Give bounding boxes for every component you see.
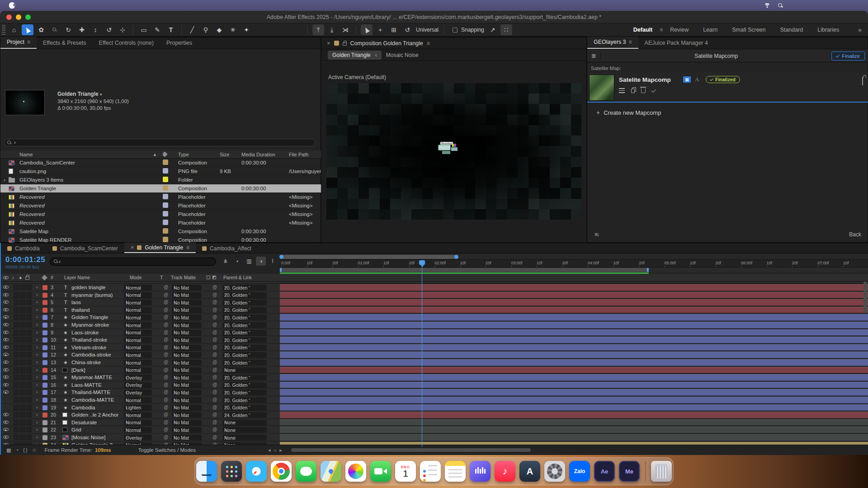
layer-duration-bar[interactable] bbox=[280, 337, 868, 343]
layer-duration-bar[interactable] bbox=[280, 374, 868, 381]
layer-label-swatch[interactable] bbox=[42, 427, 47, 432]
selection-tool[interactable] bbox=[22, 24, 33, 35]
layer-expand-arrow-icon[interactable]: › bbox=[36, 374, 38, 380]
pan-camera-tool[interactable]: ✚ bbox=[76, 24, 88, 35]
layer-expand-arrow-icon[interactable]: › bbox=[36, 299, 38, 305]
blend-mode-dropdown[interactable]: Normal∨ bbox=[124, 412, 152, 418]
layer-visibility-eye-icon[interactable] bbox=[3, 413, 9, 416]
parent-link-dropdown[interactable]: 20. Golden ˘∨ bbox=[222, 292, 267, 298]
panel-menu-icon[interactable]: ≡ bbox=[427, 40, 430, 47]
layer-switch-cell[interactable] bbox=[26, 405, 32, 410]
layer-label-swatch[interactable] bbox=[42, 308, 47, 313]
layer-switch-cell[interactable] bbox=[14, 367, 19, 373]
layer-switch-cell[interactable] bbox=[26, 360, 32, 365]
layer-row[interactable]: ›14[Dark]Normal∨@No Mat∨@None∨ bbox=[1, 366, 868, 374]
viewer-tab-label[interactable]: Composition Golden Triangle bbox=[350, 40, 423, 47]
track-matte-dropdown[interactable]: No Mat∨ bbox=[172, 397, 202, 403]
layer-visibility-eye-icon[interactable] bbox=[3, 428, 9, 431]
parent-link-dropdown[interactable]: None∨ bbox=[222, 427, 267, 433]
layer-expand-arrow-icon[interactable]: › bbox=[36, 427, 38, 432]
layer-switch-cell[interactable] bbox=[20, 389, 25, 395]
blend-mode-dropdown[interactable]: Normal∨ bbox=[124, 420, 152, 426]
layer-visibility-eye-icon[interactable] bbox=[3, 315, 9, 319]
layer-name[interactable]: thailand bbox=[71, 307, 90, 313]
layer-name[interactable]: [Mosaic Noise] bbox=[71, 435, 105, 440]
parent-link-dropdown[interactable]: 24. Golden ˘∨ bbox=[222, 412, 267, 418]
workspace-small-screen[interactable]: Small Screen bbox=[725, 27, 773, 33]
parent-pickwhip-icon[interactable]: @ bbox=[212, 367, 217, 372]
dock-settings-icon[interactable] bbox=[544, 461, 565, 482]
layer-switch-cell[interactable] bbox=[20, 435, 25, 440]
layer-switch-cell[interactable] bbox=[14, 412, 19, 418]
layer-visibility-eye-icon[interactable] bbox=[3, 286, 9, 289]
layer-switch-cell[interactable] bbox=[20, 285, 25, 290]
delete-icon[interactable] bbox=[641, 88, 646, 93]
layer-name[interactable]: Vietnam-stroke bbox=[71, 345, 106, 350]
track-matte-dropdown[interactable]: No Mat∨ bbox=[172, 307, 202, 313]
layer-switch-cell[interactable] bbox=[14, 375, 19, 380]
snapping-checkbox[interactable] bbox=[453, 28, 458, 33]
item-label-swatch[interactable] bbox=[163, 220, 178, 226]
layer-duration-bar[interactable] bbox=[280, 284, 868, 291]
rectangle-tool[interactable]: ▭ bbox=[138, 24, 150, 35]
pickwhip-icon[interactable]: @ bbox=[164, 367, 168, 372]
layer-switch-cell[interactable] bbox=[26, 435, 32, 440]
hand-tool[interactable]: ✿ bbox=[35, 24, 47, 35]
pickwhip-icon[interactable]: @ bbox=[164, 307, 168, 312]
breadcrumb-current-button[interactable]: Golden Triangle ‹ bbox=[328, 51, 382, 60]
layer-visibility-eye-icon[interactable] bbox=[3, 300, 9, 304]
item-label-swatch[interactable] bbox=[163, 228, 178, 235]
parent-link-dropdown[interactable]: 20. Golden ˘∨ bbox=[222, 352, 267, 358]
project-row[interactable]: ›GEOlayers 3 ItemsFolder bbox=[0, 176, 321, 184]
panel-menu-icon[interactable]: ≡ bbox=[629, 39, 632, 45]
parent-link-dropdown[interactable]: 20. Golden ˘∨ bbox=[222, 285, 267, 291]
pickwhip-icon[interactable]: @ bbox=[164, 397, 168, 402]
layer-label-swatch[interactable] bbox=[42, 330, 47, 335]
layer-label-swatch[interactable] bbox=[42, 360, 47, 365]
blend-mode-dropdown[interactable]: Normal∨ bbox=[124, 292, 152, 298]
parent-link-dropdown[interactable]: 20. Golden ˘∨ bbox=[222, 405, 267, 411]
layer-label-swatch[interactable] bbox=[42, 300, 47, 305]
layer-switch-cell[interactable] bbox=[20, 330, 25, 335]
track-matte-dropdown[interactable]: No Mat∨ bbox=[172, 285, 202, 291]
layer-switch-cell[interactable] bbox=[26, 337, 32, 343]
layer-name[interactable]: Cambodia-stroke bbox=[71, 352, 111, 357]
layer-row[interactable]: ›11★Vietnam-strokeNormal∨@No Mat∨@20. Go… bbox=[1, 344, 868, 352]
parent-pickwhip-icon[interactable]: @ bbox=[212, 412, 217, 417]
pickwhip-icon[interactable]: @ bbox=[164, 337, 168, 342]
timeline-vscrollbar-thumb[interactable] bbox=[863, 282, 867, 313]
toggle-switches-modes-button[interactable]: Toggle Switches / Modes bbox=[138, 447, 196, 453]
layer-visibility-eye-icon[interactable] bbox=[3, 338, 9, 341]
chevron-down-icon[interactable]: ▾ bbox=[100, 92, 102, 97]
layer-switch-cell[interactable] bbox=[26, 285, 32, 290]
track-matte-dropdown[interactable]: No Mat∨ bbox=[172, 322, 202, 328]
settings-sliders-icon[interactable] bbox=[619, 88, 625, 93]
layer-duration-bar[interactable] bbox=[280, 314, 868, 321]
layer-expand-arrow-icon[interactable]: › bbox=[36, 284, 38, 290]
layer-expand-arrow-icon[interactable]: › bbox=[36, 292, 38, 297]
layer-visibility-eye-icon[interactable] bbox=[3, 375, 9, 379]
layer-name[interactable]: Cambodia bbox=[71, 405, 95, 410]
layer-switch-cell[interactable] bbox=[14, 405, 19, 410]
puppet-pin-tool[interactable]: ✦ bbox=[241, 24, 252, 35]
parent-link-dropdown[interactable]: 20. Golden ˘∨ bbox=[222, 375, 267, 380]
mapcomp-thumbnail[interactable] bbox=[589, 75, 614, 101]
layer-row[interactable]: ›23[Mosaic Noise]Overlay∨@No Mat∨@None∨ bbox=[1, 434, 868, 441]
item-name[interactable]: GEOlayers 3 Items bbox=[19, 177, 153, 183]
workspace-overflow[interactable]: » bbox=[851, 26, 868, 33]
orbit-camera-tool[interactable]: ↻ bbox=[62, 24, 74, 35]
track-matte-dropdown[interactable]: No Mat∨ bbox=[172, 360, 202, 366]
collaboration-icon[interactable]: ☆ bbox=[32, 447, 37, 453]
layer-duration-bar[interactable] bbox=[280, 292, 868, 299]
parent-pickwhip-icon[interactable]: @ bbox=[212, 420, 217, 425]
workspace-libraries[interactable]: Libraries bbox=[810, 27, 846, 33]
pickwhip-icon[interactable]: @ bbox=[164, 292, 168, 297]
snap-feature-icon[interactable]: ∷ bbox=[500, 24, 512, 35]
layer-switch-cell[interactable] bbox=[20, 412, 25, 418]
tab-geolayers-3[interactable]: GEOlayers 3≡ bbox=[587, 37, 638, 49]
layer-row[interactable]: ›3Tgolden triangleNormal∨@No Mat∨@20. Go… bbox=[1, 284, 868, 291]
project-search-input[interactable]: ∨ bbox=[4, 139, 315, 146]
parent-link-dropdown[interactable]: 20. Golden ˘∨ bbox=[222, 360, 267, 366]
pickwhip-icon[interactable]: @ bbox=[164, 345, 168, 350]
layer-duration-bar[interactable] bbox=[280, 434, 868, 441]
